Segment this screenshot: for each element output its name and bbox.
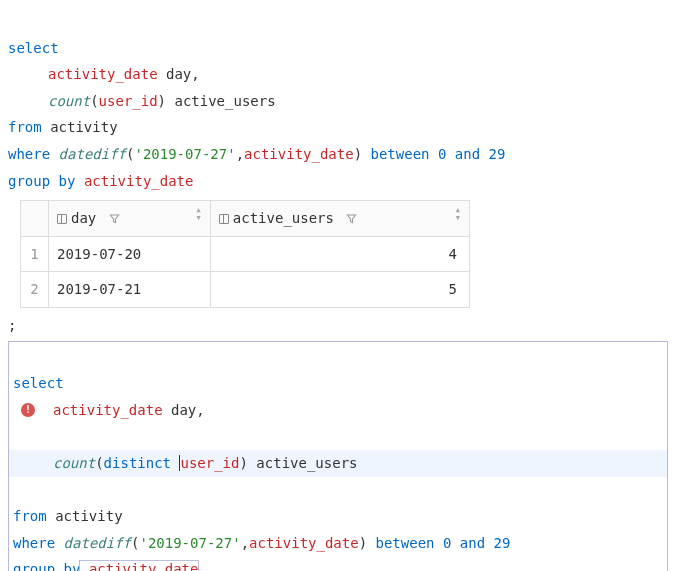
kw-select: select (13, 375, 64, 391)
col-user-id: user_id (180, 455, 239, 471)
tbl-activity: activity (47, 508, 123, 524)
kw-between: between (371, 146, 430, 162)
fn-datediff: datediff (59, 146, 126, 162)
alias-day: day, (163, 402, 205, 418)
filter-icon[interactable] (342, 210, 357, 226)
rownum: 1 (21, 236, 49, 272)
kw-select: select (8, 40, 59, 56)
tbl-activity: activity (42, 119, 118, 135)
cell-active-users: 5 (210, 272, 469, 308)
str-date: '2019-07-27' (134, 146, 235, 162)
kw-by: by (50, 173, 75, 189)
kw-distinct: distinct (104, 455, 171, 471)
num-29: 29 (480, 146, 505, 162)
kw-and: and (455, 146, 480, 162)
col-activity-date: activity_date (53, 402, 163, 418)
column-icon (57, 214, 67, 224)
kw-from: from (13, 508, 47, 524)
semicolon: ; (8, 312, 668, 339)
col-user-id: user_id (99, 93, 158, 109)
kw-by: by (55, 561, 80, 571)
sort-icon[interactable]: ▴▾ (195, 205, 202, 222)
str-date: '2019-07-27' (139, 535, 240, 551)
alias-active-users: ) active_users (158, 93, 276, 109)
cell-active-users: 4 (210, 236, 469, 272)
kw-and: and (460, 535, 485, 551)
fn-count: count (48, 93, 90, 109)
kw-where: where (8, 146, 50, 162)
cell-day: 2019-07-20 (49, 236, 211, 272)
table-row: 1 2019-07-20 4 (21, 236, 470, 272)
num-29: 29 (485, 535, 510, 551)
filter-icon[interactable] (105, 210, 120, 226)
sql-query-2: select !activity_date day, count(distinc… (13, 344, 663, 571)
rownum-header (21, 201, 49, 237)
fn-datediff: datediff (64, 535, 131, 551)
alias-active-users: ) active_users (239, 455, 357, 471)
sort-icon[interactable]: ▴▾ (454, 205, 461, 222)
alias-day: day, (158, 66, 200, 82)
cell-day: 2019-07-21 (49, 272, 211, 308)
kw-from: from (8, 119, 42, 135)
num-0: 0 (435, 535, 460, 551)
kw-where: where (13, 535, 55, 551)
col-activity-date: activity_date (48, 66, 158, 82)
kw-group: group (13, 561, 55, 571)
col-header-active-users[interactable]: active_users ▴▾ (210, 201, 469, 237)
col-header-day[interactable]: day ▴▾ (49, 201, 211, 237)
fn-count: count (53, 455, 95, 471)
num-0: 0 (430, 146, 455, 162)
sql-query-2-box: select !activity_date day, count(distinc… (8, 341, 668, 571)
sql-query-1: select activity_date day, count(user_id)… (8, 8, 668, 194)
table-row: 2 2019-07-21 5 (21, 272, 470, 308)
result-table-1: day ▴▾ active_users ▴▾ 1 2019-07-20 4 2 … (20, 200, 470, 308)
kw-between: between (376, 535, 435, 551)
error-icon[interactable]: ! (21, 403, 35, 417)
column-icon (219, 214, 229, 224)
rownum: 2 (21, 272, 49, 308)
kw-group: group (8, 173, 50, 189)
